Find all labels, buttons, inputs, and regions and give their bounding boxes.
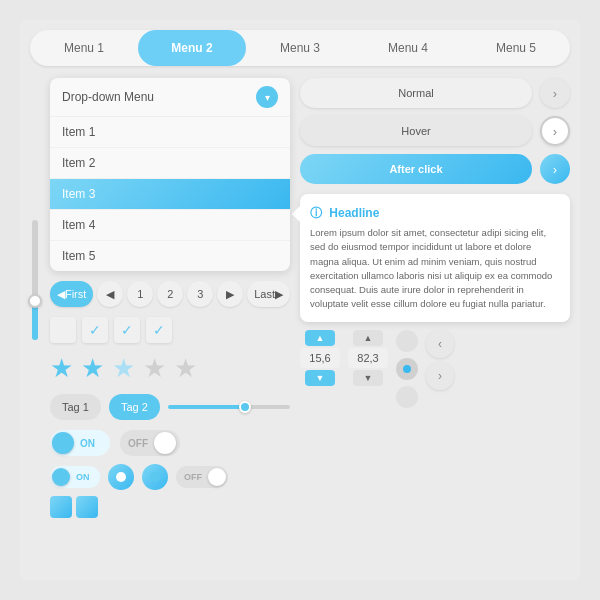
radio-1-inner [403, 337, 411, 345]
radio-1[interactable] [396, 330, 418, 352]
nav-menu1-label: Menu 1 [64, 41, 104, 55]
nav-arrows-col: ‹ › [426, 330, 454, 390]
dropdown-item-4[interactable]: Item 4 [50, 210, 290, 241]
nav-menu3-label: Menu 3 [280, 41, 320, 55]
dropdown-item-1[interactable]: Item 1 [50, 117, 290, 148]
star-5[interactable]: ★ [174, 353, 197, 384]
blue-square-1[interactable] [50, 496, 72, 518]
right-column: Normal › Hover › After click › [300, 78, 570, 518]
nav-menu2[interactable]: Menu 2 [138, 30, 246, 66]
dropdown-header[interactable]: Drop-down Menu ▾ [50, 78, 290, 117]
nav-menu4-label: Menu 4 [388, 41, 428, 55]
dot-inner-1 [116, 472, 126, 482]
radio-2[interactable] [396, 358, 418, 380]
tag-2[interactable]: Tag 2 [109, 394, 160, 420]
info-tooltip: ⓘ Headline Lorem ipsum dolor sit amet, c… [300, 194, 570, 322]
blue-squares [50, 496, 290, 518]
checkbox-2[interactable]: ✓ [82, 317, 108, 343]
toggle-off-1[interactable]: OFF [120, 430, 180, 456]
dropdown-header-label: Drop-down Menu [62, 90, 154, 104]
toggle-on-1[interactable]: ON [50, 430, 110, 456]
nav-menu5-label: Menu 5 [496, 41, 536, 55]
stars-rating: ★ ★ ★ ★ ★ [50, 353, 290, 384]
main-container: Menu 1 Menu 2 Menu 3 Menu 4 Menu 5 Drop-… [20, 20, 580, 580]
nav-menu3[interactable]: Menu 3 [246, 30, 354, 66]
pagination-page-1[interactable]: 1 [127, 281, 153, 307]
nav-left-button[interactable]: ‹ [426, 330, 454, 358]
toggles-row-1: ON OFF [50, 430, 290, 456]
checkbox-4[interactable]: ✓ [146, 317, 172, 343]
after-click-arrow-button[interactable]: › [540, 154, 570, 184]
pagination-page-2[interactable]: 2 [157, 281, 183, 307]
toggle-off-label-1: OFF [122, 438, 154, 449]
tags-row: Tag 1 Tag 2 [50, 394, 290, 420]
after-click-button[interactable]: After click [300, 154, 532, 184]
spinner-1: ▲ 15,6 ▼ [300, 330, 340, 386]
toggle-knob-2 [154, 432, 176, 454]
nav-menu4[interactable]: Menu 4 [354, 30, 462, 66]
nav-menu5[interactable]: Menu 5 [462, 30, 570, 66]
vertical-slider [32, 220, 38, 340]
slider-thumb[interactable] [239, 401, 251, 413]
toggle-knob-4 [208, 468, 226, 486]
pagination-first-button[interactable]: ◀ First [50, 281, 93, 307]
pagination-prev-button[interactable]: ◀ [97, 281, 123, 307]
vertical-track[interactable] [32, 220, 38, 340]
hover-button[interactable]: Hover [300, 116, 532, 146]
pagination-last-button[interactable]: Last ▶ [247, 281, 290, 307]
spinner-2: ▲ 82,3 ▼ [348, 330, 388, 386]
toggle-off-label-2: OFF [178, 472, 208, 482]
bottom-controls: ▲ 15,6 ▼ ▲ 82,3 ▼ [300, 330, 570, 408]
checkbox-3[interactable]: ✓ [114, 317, 140, 343]
pagination-next-button[interactable]: ▶ [217, 281, 243, 307]
info-body: Lorem ipsum dolor sit amet, consectetur … [310, 226, 560, 312]
toggle-on-label-2: ON [70, 472, 96, 482]
normal-button-row: Normal › [300, 78, 570, 108]
pagination: ◀ First ◀ 1 2 3 ▶ Last ▶ [50, 281, 290, 307]
slider[interactable] [168, 405, 290, 409]
tag-1[interactable]: Tag 1 [50, 394, 101, 420]
toggle-knob-3 [52, 468, 70, 486]
spinner-2-down[interactable]: ▼ [353, 370, 383, 386]
dropdown-item-5[interactable]: Item 5 [50, 241, 290, 271]
dropdown-toggle-button[interactable]: ▾ [256, 86, 278, 108]
dot-inner-2 [150, 472, 160, 482]
toggle-off-2[interactable]: OFF [176, 466, 228, 488]
hover-arrow-button[interactable]: › [540, 116, 570, 146]
radio-3[interactable] [396, 386, 418, 408]
radio-2-inner [403, 365, 411, 373]
nav-menu2-label: Menu 2 [171, 41, 212, 55]
navigation-bar: Menu 1 Menu 2 Menu 3 Menu 4 Menu 5 [30, 30, 570, 66]
left-column: Drop-down Menu ▾ Item 1 Item 2 Item 3 It… [50, 78, 290, 518]
pagination-page-3[interactable]: 3 [187, 281, 213, 307]
dropdown-menu: Drop-down Menu ▾ Item 1 Item 2 Item 3 It… [50, 78, 290, 271]
spinner-1-value: 15,6 [300, 348, 340, 368]
checkbox-1[interactable] [50, 317, 76, 343]
radio-3-inner [403, 393, 411, 401]
info-headline: ⓘ Headline [310, 204, 560, 222]
dropdown-item-3[interactable]: Item 3 [50, 179, 290, 210]
blue-square-2[interactable] [76, 496, 98, 518]
normal-arrow-button[interactable]: › [540, 78, 570, 108]
radio-buttons [396, 330, 418, 408]
nav-menu1[interactable]: Menu 1 [30, 30, 138, 66]
star-3[interactable]: ★ [112, 353, 135, 384]
dropdown-item-2[interactable]: Item 2 [50, 148, 290, 179]
nav-right-button[interactable]: › [426, 362, 454, 390]
star-1[interactable]: ★ [50, 353, 73, 384]
toggle-on-2[interactable]: ON [50, 466, 100, 488]
star-2[interactable]: ★ [81, 353, 104, 384]
spinner-2-up[interactable]: ▲ [353, 330, 383, 346]
spinner-1-up[interactable]: ▲ [305, 330, 335, 346]
main-content: Drop-down Menu ▾ Item 1 Item 2 Item 3 It… [30, 78, 570, 518]
buttons-group: Normal › Hover › After click › [300, 78, 570, 184]
star-4[interactable]: ★ [143, 353, 166, 384]
normal-button[interactable]: Normal [300, 78, 532, 108]
toggle-knob-1 [52, 432, 74, 454]
dot-button-blue-2[interactable] [142, 464, 168, 490]
spinner-1-down[interactable]: ▼ [305, 370, 335, 386]
hover-button-row: Hover › [300, 116, 570, 146]
after-click-button-row: After click › [300, 154, 570, 184]
toggle-on-label-1: ON [74, 438, 101, 449]
dot-button-blue-1[interactable] [108, 464, 134, 490]
